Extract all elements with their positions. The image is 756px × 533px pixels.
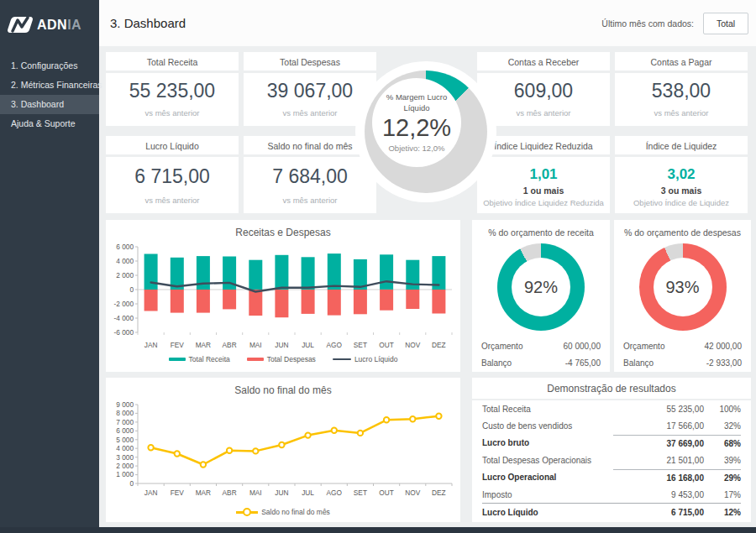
legend-swatch-receita (169, 358, 186, 362)
kpi-title: Contas a Pagar (615, 52, 748, 73)
total-month-selector-button[interactable]: Total (703, 13, 748, 34)
sidebar-item-ajuda-suporte[interactable]: Ajuda & Suporte (0, 114, 99, 133)
kpi-title: Índice de Liquidez (615, 136, 748, 157)
income-statement-row: Lucro Líquido 6 715,0012% (482, 503, 741, 520)
gauge-value: 12,2% (382, 114, 451, 142)
budget-row-value: -4 765,00 (565, 358, 601, 368)
budget-row-label: Balanço (481, 358, 512, 368)
liquidity-target: 1 ou mais (477, 183, 610, 196)
main-area: 3. Dashboard Último mês com dados: Total… (99, 0, 756, 533)
budget-row-label: Balanço (623, 358, 654, 368)
income-statement-card: Demonstração de resultados Total Receita… (472, 378, 751, 522)
kpi-card-contas-a-receber: Contas a Receber 609,00 vs mês anterior (477, 52, 610, 126)
svg-text:6 000: 6 000 (116, 426, 134, 435)
kpi-subtitle: vs mês anterior (244, 196, 376, 213)
budget-row-value: -2 933,00 (706, 358, 742, 368)
legend-label: Lucro Líquido (354, 355, 398, 363)
svg-text:FEV: FEV (171, 489, 185, 497)
svg-text:4 000: 4 000 (116, 444, 134, 452)
svg-text:9 000: 9 000 (116, 400, 134, 409)
receitas-despesas-bar-chart: 6 0004 0002 0000-2 000-4 000-6 000JANFEV… (109, 242, 457, 353)
kpi-title: Total Receita (106, 52, 239, 73)
row-value: 21 501,00 (613, 456, 704, 465)
kpi-value: 7 684,00 (244, 157, 376, 196)
bottom-bar (0, 527, 756, 533)
kpi-value: 39 067,00 (244, 73, 376, 108)
row-label: Imposto (482, 490, 613, 499)
svg-text:DEZ: DEZ (432, 489, 446, 497)
kpi-value: 538,00 (615, 73, 748, 108)
liquidity-target-label: Objetivo Índice Liquidez Reduzida (477, 196, 610, 207)
budget-row: Balanço -2 933,00 (623, 354, 742, 371)
row-pct: 32% (704, 421, 741, 431)
income-statement-row: Lucro bruto 37 669,0068% (482, 435, 741, 452)
kpi-card-contas-a-pagar: Contas a Pagar 538,00 vs mês anterior (615, 52, 748, 126)
svg-text:0: 0 (129, 285, 134, 294)
svg-text:AGO: AGO (327, 341, 343, 349)
page-title: 3. Dashboard (99, 16, 186, 30)
liquidity-value: 1,01 (477, 157, 610, 183)
row-value: 6 715,00 (613, 508, 704, 517)
budget-row-label: Orçamento (481, 342, 522, 351)
svg-text:0: 0 (129, 479, 134, 488)
kpi-subtitle: vs mês anterior (106, 196, 239, 213)
row-label: Lucro Líquido (482, 508, 613, 517)
svg-text:-4 000: -4 000 (113, 314, 134, 322)
budget-row: Orçamento 60 000,00 (481, 337, 601, 354)
svg-text:3 000: 3 000 (116, 453, 134, 462)
dashboard-app: ADNIA 1. Configurações 2. Métricas Finan… (0, 0, 756, 533)
adnia-logo-icon (7, 17, 34, 33)
liquidity-target: 3 ou mais (615, 183, 748, 196)
income-statement-row: Imposto 9 453,0017% (482, 486, 741, 503)
sidebar-item-configuracoes[interactable]: 1. Configurações (0, 56, 99, 76)
last-month-label: Último mês com dados: (601, 18, 694, 29)
svg-text:ABR: ABR (223, 489, 237, 497)
svg-text:JUL: JUL (302, 489, 314, 497)
svg-text:4 000: 4 000 (116, 257, 134, 265)
svg-text:NOV: NOV (405, 341, 420, 349)
income-statement-row: Custo de bens vendidos 17 566,0032% (482, 417, 741, 434)
svg-text:DEZ: DEZ (432, 341, 446, 349)
svg-text:-6 000: -6 000 (113, 328, 134, 337)
svg-text:JAN: JAN (144, 489, 158, 497)
saldo-chart-card: Saldo no final do mês 9 0008 0007 0006 0… (106, 378, 460, 522)
svg-text:7 000: 7 000 (116, 418, 134, 426)
row-pct: 17% (704, 490, 741, 499)
kpi-value: 609,00 (477, 73, 610, 108)
svg-text:2 000: 2 000 (116, 271, 134, 280)
logo-text: ADNIA (37, 18, 81, 33)
svg-text:JUN: JUN (275, 489, 288, 497)
legend-label: Saldo no final do mês (261, 508, 330, 516)
svg-text:1 000: 1 000 (116, 470, 134, 478)
receitas-despesas-chart-card: Receitas e Despesas 6 0004 0002 0000-2 0… (106, 220, 460, 372)
svg-text:ABR: ABR (223, 341, 237, 349)
svg-text:SET: SET (354, 489, 367, 497)
income-statement-row: Lucro Operacional 16 168,0029% (482, 469, 741, 486)
legend-swatch-saldo (236, 511, 258, 514)
kpi-title: Índice Liquidez Reduzida (477, 136, 610, 157)
svg-text:-2 000: -2 000 (113, 300, 134, 308)
sidebar-item-dashboard[interactable]: 3. Dashboard (0, 95, 99, 114)
sidebar-item-metricas-financeiras[interactable]: 2. Métricas Financeiras (0, 76, 99, 95)
kpi-subtitle: vs mês anterior (615, 108, 748, 126)
svg-text:MAI: MAI (249, 341, 262, 349)
chart-title: Receitas e Despesas (106, 220, 460, 242)
budget-row: Balanço -4 765,00 (481, 354, 601, 371)
svg-text:MAR: MAR (196, 341, 211, 349)
adnia-logo: ADNIA (0, 0, 99, 33)
top-bar: 3. Dashboard Último mês com dados: Total (99, 0, 756, 46)
row-label: Total Receita (482, 405, 613, 414)
svg-text:6 000: 6 000 (116, 243, 134, 251)
gauge-objective: Objetivo: 12,0% (388, 144, 444, 153)
budget-despesas-donut: 93% (639, 243, 727, 331)
row-value: 17 566,00 (613, 421, 704, 431)
row-label: Lucro bruto (482, 438, 613, 447)
budget-receita-donut: 92% (497, 243, 585, 331)
income-statement-title: Demonstração de resultados (472, 378, 751, 400)
donut-percentage: 92% (512, 258, 570, 316)
svg-text:OUT: OUT (379, 489, 394, 497)
chart-title: Saldo no final do mês (106, 378, 460, 400)
svg-text:AGO: AGO (327, 489, 343, 497)
kpi-title: Contas a Receber (477, 52, 610, 73)
saldo-line-chart: 9 0008 0007 0006 0005 0004 0003 0002 000… (109, 400, 457, 505)
